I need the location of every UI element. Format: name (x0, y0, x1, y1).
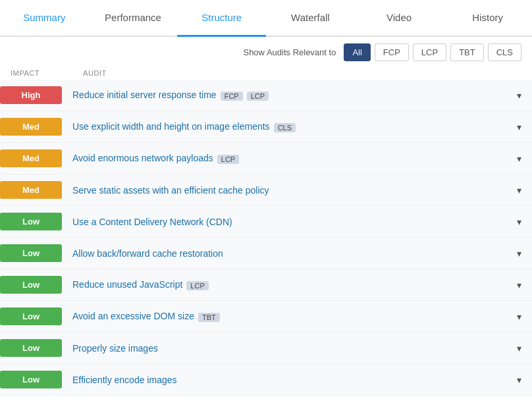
audit-title[interactable]: Use a Content Delivery Network (CDN) (72, 217, 510, 227)
audit-tag: LCP (186, 281, 208, 290)
impact-badge-med: Med (0, 149, 62, 167)
audit-tag: LCP (247, 92, 269, 101)
audit-row[interactable]: MedAvoid enormous network payloadsLCP▾ (0, 143, 532, 174)
impact-badge-med: Med (0, 118, 62, 136)
audit-title[interactable]: Use explicit width and height on image e… (72, 121, 510, 132)
expand-chevron-icon[interactable]: ▾ (517, 375, 521, 385)
filter-btn-lcp[interactable]: LCP (413, 43, 446, 61)
audit-row[interactable]: LowEfficiently encode images▾ (0, 364, 532, 396)
audit-title[interactable]: Efficiently encode images (72, 375, 510, 385)
expand-chevron-icon[interactable]: ▾ (517, 153, 521, 164)
audit-row[interactable]: LowProperly size images▾ (0, 332, 532, 364)
tabs-bar: SummaryPerformanceStructureWaterfallVide… (0, 0, 532, 37)
audit-tag: CLS (274, 123, 296, 132)
audit-tag: LCP (217, 155, 239, 164)
audit-row[interactable]: LowReduce unused JavaScriptLCP▾ (0, 269, 532, 301)
filter-btn-fcp[interactable]: FCP (375, 43, 409, 61)
tab-waterfall[interactable]: Waterfall (266, 0, 355, 37)
audit-row[interactable]: MedServe static assets with an efficient… (0, 174, 532, 206)
audit-title[interactable]: Reduce initial server response timeFCPLC… (72, 90, 510, 100)
expand-chevron-icon[interactable]: ▾ (517, 90, 521, 101)
tab-structure[interactable]: Structure (177, 0, 266, 37)
filter-btn-all[interactable]: All (344, 43, 370, 61)
audit-tag: TBT (198, 313, 220, 322)
filter-bar: Show Audits Relevant to AllFCPLCPTBTCLS (0, 37, 532, 66)
tab-history[interactable]: History (443, 0, 532, 37)
audit-title[interactable]: Reduce unused JavaScriptLCP (72, 279, 510, 290)
filter-btn-cls[interactable]: CLS (488, 43, 521, 61)
expand-chevron-icon[interactable]: ▾ (517, 122, 521, 132)
audit-title[interactable]: Serve static assets with an efficient ca… (72, 185, 510, 196)
expand-chevron-icon[interactable]: ▾ (517, 280, 521, 290)
audit-row[interactable]: LowAvoid an excessive DOM sizeTBT▾ (0, 301, 532, 332)
audit-title[interactable]: Properly size images (72, 343, 510, 354)
impact-badge-low: Low (0, 307, 62, 325)
impact-badge-low: Low (0, 371, 62, 388)
impact-badge-low: Low (0, 244, 62, 262)
expand-chevron-icon[interactable]: ▾ (517, 248, 521, 259)
column-headers: IMPACT AUDIT (0, 66, 532, 80)
col-header-impact: IMPACT (11, 69, 83, 77)
tab-performance[interactable]: Performance (89, 0, 178, 37)
filter-btn-tbt[interactable]: TBT (450, 43, 484, 61)
impact-badge-med: Med (0, 181, 62, 199)
audit-row[interactable]: LowAllow back/forward cache restoration▾ (0, 238, 532, 269)
impact-badge-low: Low (0, 339, 62, 357)
impact-badge-low: Low (0, 276, 62, 294)
audit-title[interactable]: Avoid enormous network payloadsLCP (72, 153, 510, 163)
audit-title[interactable]: Avoid an excessive DOM sizeTBT (72, 311, 510, 321)
expand-chevron-icon[interactable]: ▾ (517, 185, 521, 196)
expand-chevron-icon[interactable]: ▾ (517, 311, 521, 322)
audit-tag: FCP (221, 92, 243, 101)
audit-row[interactable]: HighReduce initial server response timeF… (0, 80, 532, 111)
audit-list: HighReduce initial server response timeF… (0, 80, 532, 396)
col-header-audit: AUDIT (83, 69, 521, 77)
expand-chevron-icon[interactable]: ▾ (517, 343, 521, 354)
audit-title[interactable]: Allow back/forward cache restoration (72, 248, 510, 259)
tab-video[interactable]: Video (355, 0, 444, 37)
impact-badge-high: High (0, 86, 62, 104)
expand-chevron-icon[interactable]: ▾ (517, 217, 521, 227)
audit-row[interactable]: MedUse explicit width and height on imag… (0, 111, 532, 143)
tab-summary[interactable]: Summary (0, 0, 89, 37)
impact-badge-low: Low (0, 213, 62, 230)
filter-label: Show Audits Relevant to (243, 47, 336, 57)
audit-row[interactable]: LowUse a Content Delivery Network (CDN)▾ (0, 206, 532, 238)
